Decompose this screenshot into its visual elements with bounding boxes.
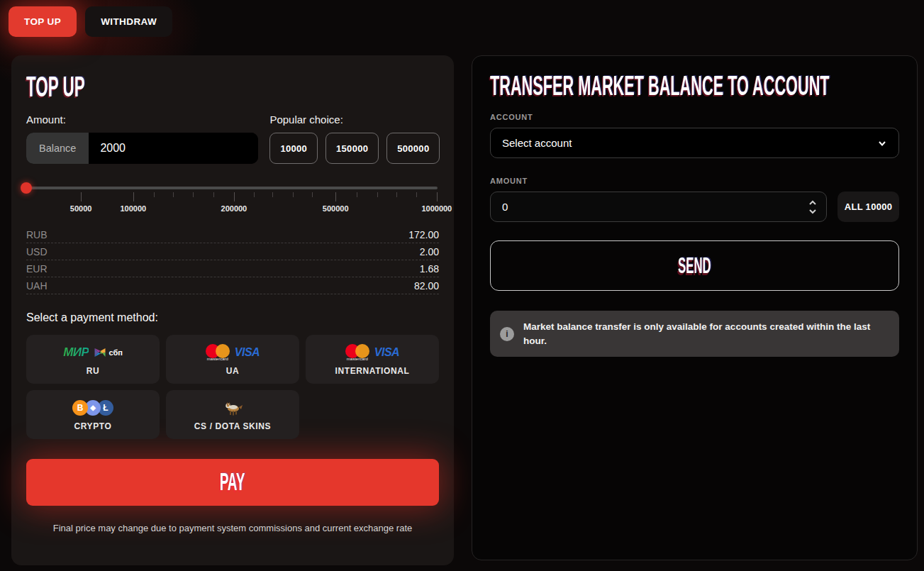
slider-major-tick: [437, 192, 438, 201]
conversion-rates: RUB 172.00 USD 2.00 EUR 1.68 UAH 82.00: [26, 226, 439, 294]
currency-code: USD: [26, 246, 48, 257]
amount-slider: 500001000002000005000001000000: [26, 182, 439, 219]
send-button[interactable]: SEND: [490, 240, 899, 291]
slider-minor-tick: [312, 192, 313, 197]
account-select-value: Select account: [502, 137, 572, 149]
popular-choice-10000[interactable]: 10000: [269, 133, 318, 164]
payment-method-international[interactable]: mastercard VISA INTERNATIONAL: [306, 335, 439, 384]
slider-minor-tick: [272, 192, 273, 197]
payment-method-name: RU: [87, 366, 100, 376]
transfer-amount-label: AMOUNT: [490, 177, 899, 185]
payment-method-name: CRYPTO: [74, 421, 112, 431]
slider-major-tick: [133, 192, 134, 201]
slider-minor-tick: [293, 192, 294, 197]
currency-code: RUB: [26, 229, 48, 240]
rate-row-rub: RUB 172.00: [26, 226, 439, 243]
currency-value: 172.00: [408, 229, 439, 240]
stepper-down-button[interactable]: [808, 208, 818, 215]
popular-choice-group: 10000 150000 500000: [269, 133, 440, 164]
payment-method-crypto[interactable]: B ◆ Ł CRYPTO: [26, 390, 160, 439]
payment-method-ua[interactable]: mastercard VISA UA: [166, 335, 299, 384]
mastercard-icon: mastercard: [345, 344, 369, 361]
rate-row-usd: USD 2.00: [26, 243, 439, 260]
payment-method-grid: МИР сбп RU mastercard: [26, 335, 439, 439]
popular-choice-label: Popular choice:: [269, 113, 440, 126]
slider-minor-tick: [254, 192, 255, 197]
slider-minor-tick: [193, 192, 194, 197]
all-amount-button[interactable]: ALL 10000: [837, 192, 899, 222]
info-icon: i: [500, 327, 514, 341]
currency-code: EUR: [26, 263, 48, 275]
bitcoin-icon: B: [72, 400, 88, 416]
pay-button[interactable]: PAY: [26, 459, 439, 506]
amount-input[interactable]: [89, 133, 258, 164]
slider-tick-label: 1000000: [421, 204, 452, 213]
sbp-icon: [94, 346, 106, 359]
account-label: ACCOUNT: [490, 113, 899, 121]
currency-code: UAH: [26, 280, 48, 292]
slider-minor-tick: [213, 192, 214, 197]
slider-tick-label: 50000: [70, 204, 92, 213]
slider-minor-tick: [377, 192, 378, 197]
chevron-down-icon: [808, 209, 817, 214]
sbp-label: сбп: [108, 348, 122, 357]
chevron-up-icon: [808, 200, 817, 206]
balance-chip[interactable]: Balance: [26, 133, 89, 164]
visa-logo: VISA: [235, 346, 260, 359]
slider-major-tick: [81, 192, 82, 201]
slider-minor-tick: [416, 192, 417, 197]
payment-method-name: UA: [226, 366, 240, 376]
popular-choice-500000[interactable]: 500000: [386, 133, 440, 164]
amount-input-group: Balance: [26, 133, 258, 164]
slider-tick-label: 200000: [221, 204, 247, 213]
slider-minor-tick: [154, 192, 155, 197]
currency-value: 82.00: [414, 280, 439, 292]
mir-logo: МИР: [63, 345, 89, 360]
slider-major-tick: [335, 192, 336, 201]
send-button-label: SEND: [678, 253, 711, 279]
payment-method-ru[interactable]: МИР сбп RU: [26, 335, 160, 384]
transfer-amount-input[interactable]: [502, 201, 808, 213]
visa-logo: VISA: [374, 346, 399, 359]
slider-major-tick: [234, 192, 235, 201]
rate-row-uah: UAH 82.00: [26, 277, 439, 294]
amount-stepper: [808, 199, 822, 215]
slider-scale: 500001000002000005000001000000: [26, 192, 438, 219]
account-select[interactable]: Select account: [490, 128, 899, 158]
transfer-title: TRANSFER MARKET BALANCE TO ACCOUNT: [490, 70, 830, 102]
top-up-panel: TOP UP Amount: Balance Popular choice: 1…: [11, 55, 454, 565]
slider-minor-tick: [173, 192, 174, 197]
amount-label: Amount:: [26, 113, 258, 126]
currency-value: 2.00: [420, 246, 439, 257]
payment-method-name: CS / DOTA SKINS: [194, 421, 271, 431]
payment-method-label: Select a payment method:: [26, 311, 439, 324]
transfer-info-text: Market balance transfer is only availabl…: [523, 320, 881, 348]
top-up-title: TOP UP: [26, 70, 85, 103]
currency-value: 1.68: [420, 263, 439, 275]
payment-tabbar: TOP UP WITHDRAW: [9, 6, 172, 37]
tab-top-up[interactable]: TOP UP: [9, 6, 77, 37]
commission-disclaimer: Final price may change due to payment sy…: [26, 523, 439, 533]
mastercard-icon: mastercard: [206, 344, 230, 361]
slider-minor-tick: [396, 192, 397, 197]
dota-courier-icon: [222, 400, 243, 416]
payment-method-skins[interactable]: CS / DOTA SKINS: [166, 390, 299, 439]
transfer-info-box: i Market balance transfer is only availa…: [490, 311, 899, 357]
stepper-up-button[interactable]: [808, 199, 818, 206]
slider-tick-label: 500000: [323, 204, 349, 213]
payment-method-name: INTERNATIONAL: [335, 366, 410, 376]
transfer-amount-input-group: [490, 192, 827, 222]
slider-tick-label: 100000: [120, 204, 146, 213]
tab-withdraw[interactable]: WITHDRAW: [85, 6, 172, 37]
popular-choice-150000[interactable]: 150000: [325, 133, 379, 164]
transfer-panel: TRANSFER MARKET BALANCE TO ACCOUNT ACCOU…: [472, 55, 918, 560]
rate-row-eur: EUR 1.68: [26, 260, 439, 277]
slider-track[interactable]: [26, 187, 438, 189]
slider-minor-tick: [357, 192, 357, 197]
chevron-down-icon: [877, 138, 887, 148]
pay-button-label: PAY: [220, 468, 245, 497]
